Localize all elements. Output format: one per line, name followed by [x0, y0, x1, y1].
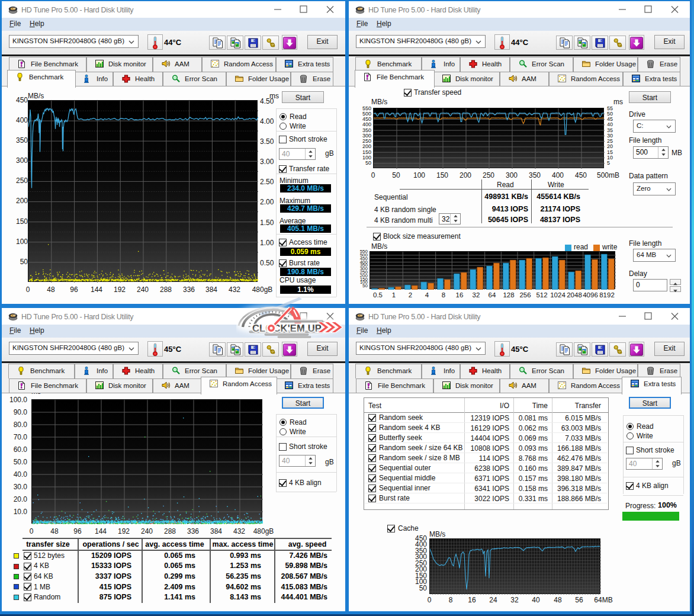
svg-text:CLOCK'EM UP: CLOCK'EM UP: [252, 323, 322, 333]
